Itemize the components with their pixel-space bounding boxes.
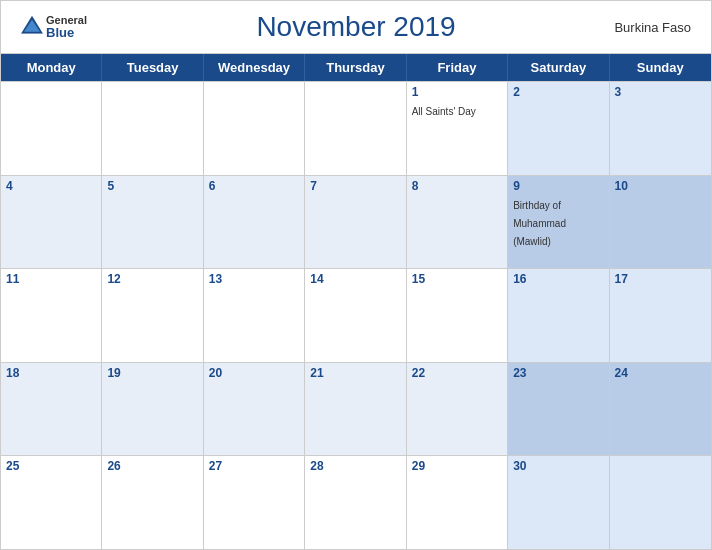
week-row-5: 252627282930 [1, 455, 711, 549]
day-cell: 14 [305, 269, 406, 362]
day-cell: 2 [508, 82, 609, 175]
day-cell: 10 [610, 176, 711, 269]
day-number: 2 [513, 85, 603, 99]
day-number: 24 [615, 366, 706, 380]
calendar-title: November 2019 [256, 11, 455, 43]
day-cell [1, 82, 102, 175]
day-number: 4 [6, 179, 96, 193]
day-cell: 22 [407, 363, 508, 456]
day-number: 1 [412, 85, 502, 99]
day-header-friday: Friday [407, 54, 508, 81]
day-cell [102, 82, 203, 175]
day-number: 8 [412, 179, 502, 193]
day-cell: 24 [610, 363, 711, 456]
day-cell: 27 [204, 456, 305, 549]
week-row-1: 1All Saints' Day23 [1, 81, 711, 175]
day-cell: 6 [204, 176, 305, 269]
day-cell: 13 [204, 269, 305, 362]
day-cell: 7 [305, 176, 406, 269]
day-cell: 15 [407, 269, 508, 362]
day-number: 6 [209, 179, 299, 193]
country-label: Burkina Faso [614, 20, 691, 35]
day-number: 9 [513, 179, 603, 193]
day-number: 29 [412, 459, 502, 473]
logo-blue: Blue [46, 26, 87, 40]
day-number: 10 [615, 179, 706, 193]
day-cell: 23 [508, 363, 609, 456]
logo-icon [21, 16, 43, 38]
day-header-monday: Monday [1, 54, 102, 81]
calendar-header: General Blue November 2019 Burkina Faso [1, 1, 711, 53]
week-row-4: 18192021222324 [1, 362, 711, 456]
day-header-wednesday: Wednesday [204, 54, 305, 81]
day-headers: MondayTuesdayWednesdayThursdayFridaySatu… [1, 54, 711, 81]
day-number: 27 [209, 459, 299, 473]
week-row-3: 11121314151617 [1, 268, 711, 362]
day-number: 17 [615, 272, 706, 286]
day-number: 13 [209, 272, 299, 286]
holiday-text: Birthday of Muhammad (Mawlid) [513, 200, 566, 247]
day-number: 5 [107, 179, 197, 193]
day-number: 3 [615, 85, 706, 99]
day-cell: 20 [204, 363, 305, 456]
day-header-sunday: Sunday [610, 54, 711, 81]
day-cell: 5 [102, 176, 203, 269]
day-number: 26 [107, 459, 197, 473]
day-number: 25 [6, 459, 96, 473]
day-number: 21 [310, 366, 400, 380]
calendar-grid: MondayTuesdayWednesdayThursdayFridaySatu… [1, 53, 711, 549]
day-number: 11 [6, 272, 96, 286]
calendar: General Blue November 2019 Burkina Faso … [0, 0, 712, 550]
day-number: 19 [107, 366, 197, 380]
day-cell: 25 [1, 456, 102, 549]
day-number: 14 [310, 272, 400, 286]
day-number: 15 [412, 272, 502, 286]
day-cell [204, 82, 305, 175]
day-number: 7 [310, 179, 400, 193]
day-cell: 19 [102, 363, 203, 456]
day-cell: 21 [305, 363, 406, 456]
day-header-tuesday: Tuesday [102, 54, 203, 81]
day-cell: 4 [1, 176, 102, 269]
day-header-thursday: Thursday [305, 54, 406, 81]
day-cell [305, 82, 406, 175]
day-cell: 1All Saints' Day [407, 82, 508, 175]
day-number: 30 [513, 459, 603, 473]
day-cell: 16 [508, 269, 609, 362]
day-cell: 26 [102, 456, 203, 549]
holiday-text: All Saints' Day [412, 106, 476, 117]
day-cell: 28 [305, 456, 406, 549]
day-number: 20 [209, 366, 299, 380]
day-number: 28 [310, 459, 400, 473]
logo: General Blue [21, 14, 87, 40]
day-header-saturday: Saturday [508, 54, 609, 81]
day-number: 12 [107, 272, 197, 286]
day-cell: 18 [1, 363, 102, 456]
day-cell: 17 [610, 269, 711, 362]
day-cell: 9Birthday of Muhammad (Mawlid) [508, 176, 609, 269]
day-number: 22 [412, 366, 502, 380]
week-row-2: 456789Birthday of Muhammad (Mawlid)10 [1, 175, 711, 269]
day-cell: 8 [407, 176, 508, 269]
weeks-container: 1All Saints' Day23456789Birthday of Muha… [1, 81, 711, 549]
day-number: 18 [6, 366, 96, 380]
day-cell: 3 [610, 82, 711, 175]
day-number: 23 [513, 366, 603, 380]
day-number: 16 [513, 272, 603, 286]
day-cell: 29 [407, 456, 508, 549]
day-cell: 30 [508, 456, 609, 549]
day-cell [610, 456, 711, 549]
day-cell: 11 [1, 269, 102, 362]
day-cell: 12 [102, 269, 203, 362]
